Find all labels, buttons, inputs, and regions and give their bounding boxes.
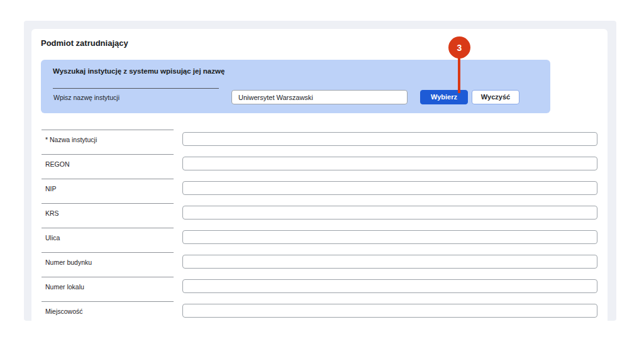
field-input[interactable] [182, 157, 597, 170]
field-input[interactable] [182, 304, 597, 318]
search-panel-title: Wyszukaj instytucję z systemu wpisując j… [53, 67, 225, 75]
field-label: Numer lokalu [42, 277, 174, 291]
field-label: * Nazwa instytucji [42, 130, 174, 143]
institution-search-input[interactable] [231, 90, 408, 104]
page-title: Podmiot zatrudniający [41, 38, 128, 48]
form-row: Numer budynku [42, 252, 597, 277]
search-panel: Wyszukaj instytucję z systemu wpisując j… [41, 60, 550, 113]
field-input[interactable] [182, 230, 597, 244]
field-input[interactable] [182, 181, 597, 195]
field-input[interactable] [182, 279, 597, 293]
content-band: Podmiot zatrudniający Wyszukaj instytucj… [24, 21, 616, 321]
field-label: KRS [42, 203, 174, 217]
form-row: * Nazwa instytucji [42, 130, 597, 154]
search-input-label: Wpisz nazwę instytucji [53, 89, 219, 101]
field-label: NIP [42, 179, 174, 192]
field-input[interactable] [182, 206, 597, 220]
form-row: Numer lokalu [42, 277, 597, 301]
search-field-group: Wpisz nazwę instytucji [53, 88, 219, 101]
field-label: REGON [42, 154, 174, 168]
step-badge: 3 [448, 36, 470, 58]
step-pointer-line [458, 57, 460, 93]
field-label: Numer budynku [42, 252, 174, 266]
select-button[interactable]: Wybierz [420, 90, 468, 104]
institution-form: * Nazwa instytucjiREGONNIPKRSUlicaNumer … [42, 130, 597, 321]
form-row: KRS [42, 203, 597, 228]
form-row: Miejscowość [42, 301, 597, 321]
form-row: REGON [42, 154, 597, 179]
clear-button[interactable]: Wyczyść [472, 90, 519, 104]
form-card: Podmiot zatrudniający Wyszukaj instytucj… [31, 29, 608, 321]
form-row: Ulica [42, 228, 597, 252]
form-row: NIP [42, 179, 597, 203]
field-input[interactable] [182, 132, 597, 146]
field-input[interactable] [182, 255, 597, 269]
field-label: Miejscowość [42, 301, 174, 315]
field-label: Ulica [42, 228, 174, 242]
